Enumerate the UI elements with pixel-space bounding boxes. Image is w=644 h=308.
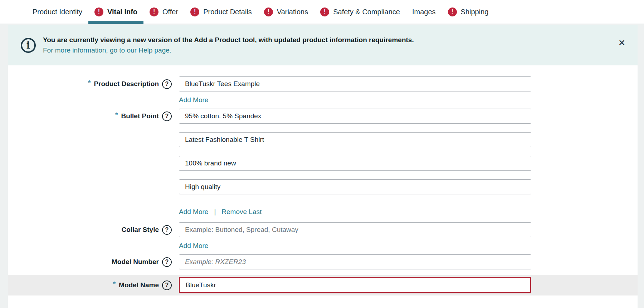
field-label-group: * Model Name ? [8,277,172,293]
tab-variations[interactable]: ! Variations [258,0,314,24]
help-icon[interactable]: ? [162,111,172,121]
tab-label: Offer [162,8,178,16]
field-label-group: * Product Description ? [8,76,172,91]
field-label-group: Collar Style ? [8,222,172,237]
tab-vital-info[interactable]: ! Vital Info [88,0,143,24]
tab-shipping[interactable]: ! Shipping [442,0,495,24]
link-row: Add More [179,96,531,104]
link-separator: | [214,208,216,216]
tab-label: Variations [277,8,308,16]
tab-label: Vital Info [107,8,137,16]
collar-style-label: Collar Style [121,226,159,234]
tab-safety-compliance[interactable]: ! Safety & Compliance [314,0,406,24]
close-icon[interactable]: ✕ [618,39,625,47]
tab-label: Product Identity [33,8,82,16]
model-number-label: Model Number [112,258,159,266]
banner-message: You are currently viewing a new version … [43,36,414,45]
banner-help-link[interactable]: For more information, go to our Help pag… [43,46,171,55]
model-name-input[interactable] [179,277,531,293]
field-input-group: Add More [179,76,531,104]
help-icon[interactable]: ? [162,257,172,267]
field-collar-style: Collar Style ? Add More [8,222,638,250]
add-more-link[interactable]: Add More [179,242,208,250]
error-badge-icon: ! [94,8,103,16]
error-badge-icon: ! [150,8,158,16]
bullet-point-input-1[interactable] [179,109,531,124]
help-icon[interactable]: ? [162,225,172,235]
field-bullet-point: * Bullet Point ? Add More | Remove Last [8,109,638,216]
field-model-name-highlight: * Model Name ? [8,275,638,295]
bullet-point-input-3[interactable] [179,156,531,171]
remove-last-link[interactable]: Remove Last [221,208,262,216]
tab-bar: Product Identity ! Vital Info ! Offer ! … [0,0,644,24]
field-input-group: Add More | Remove Last [179,109,531,216]
field-input-group [179,277,531,293]
error-badge-icon: ! [190,8,199,16]
error-badge-icon: ! [264,8,273,16]
tab-label: Images [412,8,436,16]
field-product-description: * Product Description ? Add More [8,76,638,104]
link-row: Add More [179,242,531,250]
help-icon[interactable]: ? [162,79,172,89]
info-icon: i [21,38,36,53]
info-banner: i You are currently viewing a new versio… [8,25,638,65]
model-name-label: Model Name [119,281,159,289]
bullet-point-input-4[interactable] [179,179,531,194]
field-input-group: Add More [179,222,531,250]
collar-style-input[interactable] [179,222,531,237]
active-tab-underline [88,21,143,24]
help-icon[interactable]: ? [162,280,172,290]
model-number-input[interactable] [179,254,531,269]
tab-product-identity[interactable]: Product Identity [26,0,88,24]
add-product-card: i You are currently viewing a new versio… [8,25,638,308]
bullet-point-input-2[interactable] [179,132,531,147]
field-model-number: Model Number ? [8,254,638,269]
required-asterisk: * [88,79,91,87]
product-description-label: Product Description [94,80,159,88]
banner-text: You are currently viewing a new version … [43,36,414,55]
tab-label: Shipping [461,8,489,16]
required-asterisk: * [115,111,118,119]
product-description-input[interactable] [179,76,531,91]
field-label-group: * Bullet Point ? [8,109,172,124]
error-badge-icon: ! [448,8,457,16]
tab-offer[interactable]: ! Offer [143,0,184,24]
add-more-link[interactable]: Add More [179,96,208,104]
tab-product-details[interactable]: ! Product Details [184,0,258,24]
tab-label: Product Details [203,8,252,16]
field-input-group [179,254,531,269]
error-badge-icon: ! [320,8,329,16]
tab-images[interactable]: Images [406,0,442,24]
required-asterisk: * [113,280,116,288]
vital-info-form: * Product Description ? Add More * Bulle… [8,65,638,308]
tab-label: Safety & Compliance [333,8,400,16]
field-model-name: * Model Name ? [8,277,638,293]
add-more-link[interactable]: Add More [179,208,208,216]
field-label-group: Model Number ? [8,254,172,269]
bullet-point-label: Bullet Point [121,112,159,120]
link-row: Add More | Remove Last [179,208,531,216]
